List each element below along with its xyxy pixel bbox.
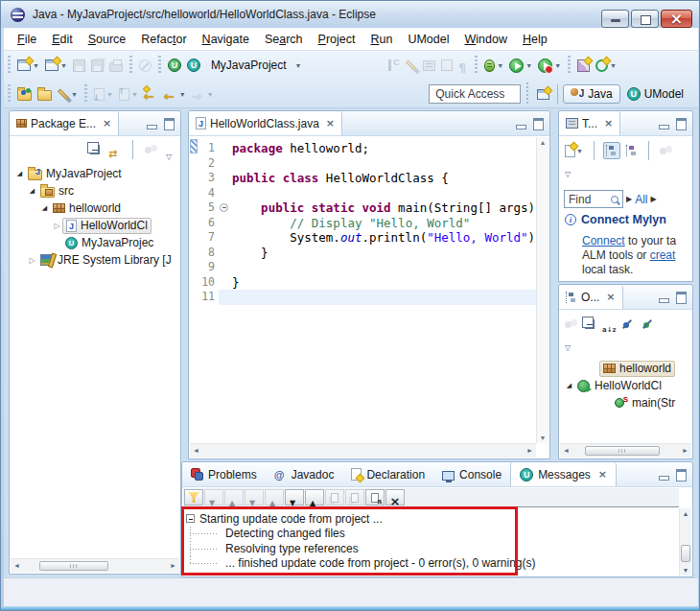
tree-row[interactable]: ▷HelloWorldCl — [11, 217, 179, 234]
open-model-button[interactable] — [14, 85, 35, 103]
hide-static-button[interactable] — [640, 317, 656, 333]
quick-access-input[interactable]: Quick Access — [429, 84, 521, 104]
minimize-view-button[interactable] — [657, 468, 671, 481]
outline-row[interactable]: main(Str — [560, 394, 691, 411]
maximize-editor-button[interactable] — [531, 117, 546, 129]
open-directory-button[interactable] — [35, 85, 55, 103]
new-task-button[interactable]: ▼ — [563, 143, 585, 159]
last-edit-location-button[interactable] — [141, 85, 161, 103]
fold-toggle[interactable] — [219, 200, 232, 216]
scroll-thumb[interactable] — [39, 561, 108, 571]
scroll-down-icon[interactable]: ▼ — [537, 435, 548, 441]
categorized-button[interactable] — [603, 142, 620, 159]
tree-item-helloworldcl[interactable]: HelloWorldCl — [62, 218, 152, 234]
tab-outline[interactable]: O... × — [559, 285, 623, 309]
new-module-button[interactable] — [574, 58, 593, 74]
outline-row[interactable]: ◢HelloWorldCl — [560, 377, 691, 394]
tree-item-helloworld[interactable]: helloworld — [50, 200, 124, 217]
delete-button[interactable] — [385, 489, 405, 505]
new-wizard-button[interactable]: ▼ — [14, 58, 42, 73]
menu-run[interactable]: Run — [362, 30, 400, 49]
generate-code-button[interactable]: ▼ — [593, 58, 619, 74]
minimize-view-button[interactable] — [145, 117, 159, 129]
arrow-down-button[interactable] — [285, 489, 304, 505]
scroll-thumb[interactable] — [681, 545, 690, 562]
search-button[interactable]: ▼ — [55, 86, 81, 103]
perspective-umodel[interactable]: UModel — [620, 85, 690, 103]
scroll-left-icon[interactable]: ◄ — [193, 447, 199, 454]
minimize-button[interactable] — [601, 10, 629, 28]
outline-row[interactable]: helloworld — [560, 360, 691, 377]
collapse-icon[interactable] — [220, 203, 228, 212]
scroll-left-icon[interactable]: ◄ — [13, 562, 20, 569]
outline-item-main-str[interactable]: main(Str — [612, 395, 678, 411]
editor-vscrollbar[interactable]: ▲ ▼ — [536, 137, 548, 443]
filter-button[interactable] — [184, 489, 203, 505]
scroll-right-icon[interactable]: ► — [682, 447, 688, 454]
task-scope-selector[interactable]: ▶ All ▶ — [626, 193, 657, 206]
menu-source[interactable]: Source — [81, 30, 134, 49]
hide-fields-button[interactable] — [619, 317, 636, 333]
tab-problems[interactable]: Problems — [182, 462, 266, 486]
editor-hscrollbar[interactable]: ◄ ► — [190, 443, 536, 458]
tree-item-myjavaproject[interactable]: MyJavaProject — [25, 166, 125, 182]
message-child-row[interactable]: Detecting changed files — [183, 527, 679, 542]
sort-button[interactable] — [600, 317, 616, 333]
debug-button[interactable]: ▼ — [481, 58, 506, 74]
menu-project[interactable]: Project — [311, 30, 363, 49]
perspective-java[interactable]: Java — [563, 84, 619, 104]
scheduled-button[interactable] — [624, 143, 640, 158]
view-menu-button[interactable] — [164, 144, 178, 155]
close-view-icon[interactable]: × — [598, 469, 607, 480]
profile-button[interactable]: ▼ — [535, 57, 564, 75]
maximize-view-button[interactable] — [162, 117, 176, 129]
minimize-view-button[interactable] — [657, 117, 671, 129]
collapse-all-button[interactable] — [88, 143, 102, 156]
restore-button[interactable] — [631, 10, 659, 28]
menu-umodel[interactable]: UModel — [400, 30, 456, 49]
tree-item-myjavaprojec[interactable]: MyJavaProjec — [62, 235, 156, 251]
outline-item-helloworldcl[interactable]: HelloWorldCl — [574, 378, 665, 394]
tree-expander-icon[interactable]: ◢ — [564, 382, 574, 389]
scope-all-label[interactable]: All — [635, 193, 647, 206]
close-view-icon[interactable]: × — [103, 118, 111, 129]
next-scope-icon[interactable]: ▶ — [651, 195, 657, 203]
scroll-right-icon[interactable]: ► — [526, 447, 533, 454]
tab-package-explorer[interactable]: Package E... × — [10, 111, 119, 135]
tab-declaration[interactable]: Declaration — [342, 462, 433, 486]
scroll-up-icon[interactable]: ▲ — [537, 139, 548, 146]
scroll-down-icon[interactable]: ▼ — [680, 567, 691, 574]
outline-hscrollbar[interactable]: ◄ ► — [560, 443, 691, 458]
tab-messages[interactable]: Messages× — [510, 462, 617, 486]
package-explorer-hscrollbar[interactable]: ◄ ► — [11, 558, 179, 573]
message-child-row[interactable]: ... finished update code from project - … — [183, 556, 679, 572]
new-java-package-button[interactable]: ▼ — [42, 58, 70, 73]
message-child-row[interactable]: Resolving type references — [183, 541, 679, 556]
collapse-all-button[interactable] — [583, 317, 596, 331]
back-button[interactable]: ▼ — [161, 85, 189, 103]
tab-task-list[interactable]: T... × — [559, 111, 620, 135]
minimize-editor-button[interactable] — [514, 117, 528, 129]
scroll-thumb[interactable] — [585, 446, 660, 456]
tab-javadoc[interactable]: Javadoc — [266, 462, 343, 486]
tree-expander-icon[interactable]: ▷ — [27, 256, 37, 265]
close-button[interactable] — [661, 10, 692, 28]
scroll-right-icon[interactable]: ► — [170, 562, 176, 569]
menu-refactor[interactable]: Refactor — [133, 30, 194, 49]
tree-expander-icon[interactable]: ◢ — [27, 187, 37, 195]
open-perspective-button[interactable] — [534, 87, 552, 102]
tree-row[interactable]: MyJavaProjec — [11, 234, 179, 251]
link-with-editor-button[interactable] — [106, 142, 123, 158]
menu-window[interactable]: Window — [457, 30, 515, 49]
maximize-view-button[interactable] — [674, 468, 688, 481]
message-root-row[interactable]: Starting update code from project ... — [183, 511, 679, 527]
mylyn-link[interactable]: creat — [650, 248, 676, 262]
mylyn-link[interactable]: Connect — [582, 234, 625, 247]
tab-console[interactable]: Console — [433, 462, 510, 486]
project-combo[interactable]: MyJavaProject▼ — [203, 57, 310, 74]
tree-row[interactable]: ◢MyJavaProject — [11, 165, 179, 182]
tree-row[interactable]: ◢helloworld — [11, 200, 179, 217]
find-input[interactable]: Find — [564, 190, 623, 208]
copy-all-button[interactable] — [365, 489, 385, 505]
prev-scope-icon[interactable]: ▶ — [626, 195, 632, 203]
